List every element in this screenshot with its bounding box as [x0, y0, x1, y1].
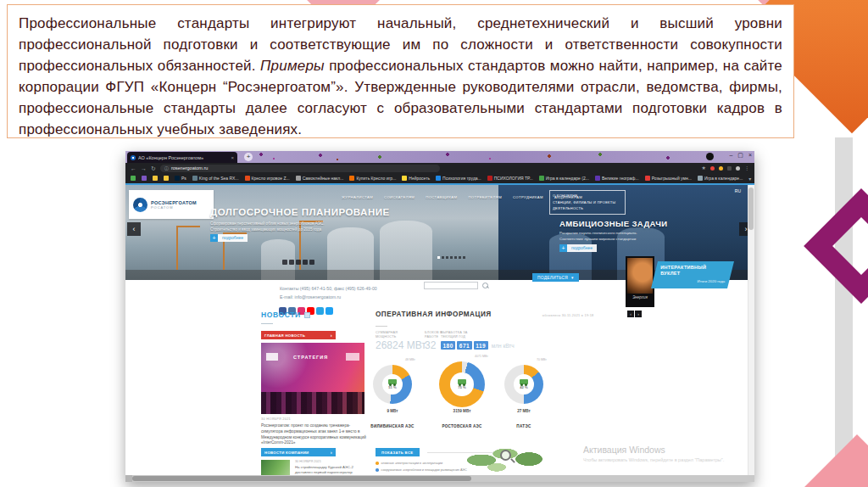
share-icon[interactable] — [309, 260, 314, 265]
side-menu-stations[interactable]: СТАНЦИИ, ФИЛИАЛЫ И ПРОЕКТЫ — [553, 199, 622, 206]
news-date: 30 НОЯБРЯ 2021 — [261, 417, 291, 421]
bookmark-item[interactable]: ПСИХОЛОГИЯ ТР... — [487, 176, 533, 181]
bookmark-favicon[interactable] — [131, 176, 136, 181]
browser-menu-icon[interactable]: ⋮ — [744, 165, 749, 171]
bookmark-favicon[interactable] — [142, 176, 147, 181]
url-input[interactable]: ⓘ rosenergoatom.ru — [160, 165, 440, 172]
magazine-cover-art — [627, 258, 653, 294]
people-silhouettes — [261, 392, 364, 414]
generation-counter: 180 671 119 млн кВтч — [441, 341, 515, 350]
vertical-scrollbar[interactable] — [748, 185, 754, 475]
side-menu-about[interactable]: О КОНЦЕРНЕ — [553, 193, 622, 199]
slide1-sub-line2: Строительство и ввод замещающих мощносте… — [210, 227, 354, 233]
bookmark-item[interactable]: Великие географ... — [595, 176, 639, 181]
bookmark-item[interactable]: Игра в календаре (2... — [539, 176, 589, 181]
extension-red-icon[interactable] — [710, 166, 715, 171]
share-icon[interactable] — [296, 260, 301, 265]
window-maximize-button[interactable]: ▢ — [737, 152, 743, 159]
forward-icon[interactable]: → — [141, 165, 147, 171]
news-feed-icon[interactable] — [304, 312, 310, 318]
share-button[interactable]: ПОДЕЛИТЬСЯ ▾ — [532, 273, 579, 282]
address-bar: ← → ↻ ⓘ rosenergoatom.ru ★ ⋮ — [125, 163, 754, 173]
vertical-scrollbar-thumb[interactable] — [748, 188, 754, 230]
bookmark-favicon — [175, 176, 180, 181]
news-item2-headline[interactable]: На стройплощадку Курской АЭС-2 доставлен… — [295, 465, 370, 475]
bookmark-folder-icon[interactable] — [164, 176, 169, 181]
bookmark-star-icon[interactable]: ★ — [702, 165, 706, 171]
site-info-icon[interactable]: ⓘ — [164, 166, 169, 171]
nav-item-consumers[interactable]: ПОТРЕБИТЕЛЯМ — [468, 195, 502, 199]
nav-item-employees[interactable]: СОТРУДНИКАМ — [513, 195, 543, 199]
profile-avatar-icon[interactable] — [736, 166, 740, 171]
share-icon[interactable] — [303, 260, 308, 265]
main-news-photo[interactable]: СТРАТЕГИЯ — [261, 343, 364, 414]
extension-yellow-icon[interactable] — [719, 166, 723, 171]
map-zoom-icon[interactable] — [500, 450, 511, 461]
bookmark-favicon — [487, 176, 492, 181]
reload-icon[interactable]: ↻ — [151, 165, 156, 171]
nav-item-applicants[interactable]: СОИСКАТЕЛЯМ — [384, 195, 415, 199]
main-news-button[interactable]: ГЛАВНАЯ НОВОСТЬ › — [261, 331, 336, 339]
booklet-subtitle: Итоги 2020 года — [660, 279, 725, 283]
windows-activation-watermark: Активация Windows — [583, 445, 665, 455]
extensions-puzzle-icon[interactable] — [727, 166, 732, 171]
bookmark-favicon — [296, 176, 301, 181]
new-tab-button[interactable]: + — [244, 153, 253, 161]
company-news-button[interactable]: НОВОСТИ КОМПАНИИ › — [261, 448, 336, 456]
bookmark-item[interactable]: Самоклейные накл... — [296, 176, 344, 181]
slide2-more-button[interactable]: + подробнее — [559, 244, 597, 252]
window-minimize-button[interactable]: – — [729, 152, 732, 159]
bookmark-item[interactable]: Розыгрышный умн... — [645, 176, 692, 181]
share-icon[interactable] — [289, 260, 294, 265]
bookmark-favicon — [539, 176, 544, 181]
bookmark-item[interactable]: Психология труда... — [436, 176, 481, 181]
tab-close-icon[interactable]: × — [231, 155, 234, 160]
site-logo[interactable]: РОСЭНЕРГОАТОМ РОСАТОМ — [129, 190, 214, 219]
horizontal-scrollbar-thumb[interactable] — [132, 476, 471, 481]
divider — [376, 326, 387, 327]
window-close-button[interactable]: × — [748, 152, 752, 159]
station1-power: 9 МВт — [367, 409, 418, 413]
station2-load-percent: 75 % — [458, 385, 466, 389]
search-icon[interactable] — [482, 283, 488, 288]
bookmark-item[interactable]: Ps — [175, 176, 186, 181]
bookmark-folder-icon[interactable] — [153, 176, 158, 181]
stat3-label: ВЫРАБОТКА ЗАТЕКУЩИЙ ГОД — [441, 331, 467, 339]
station3-name[interactable]: ПАТЭС — [490, 424, 558, 428]
nav-item-suppliers[interactable]: ПОСТАВЩИКАМ — [426, 195, 457, 199]
language-switch[interactable]: RU — [735, 188, 741, 193]
news-headline[interactable]: Росэнергоатом: проект по созданию тренаж… — [261, 423, 367, 446]
show-all-button[interactable]: ПОКАЗАТЬ ВСЕ — [376, 448, 420, 456]
nav-item-journalists[interactable]: ЖУРНАЛИСТАМ — [342, 195, 373, 199]
search-input[interactable] — [424, 282, 478, 289]
plus-icon: + — [559, 244, 567, 252]
twitter-icon[interactable] — [326, 307, 333, 315]
share-icon[interactable] — [282, 260, 287, 265]
bookmark-item[interactable]: Игра в календаре... — [698, 176, 743, 181]
carousel-prev-button[interactable]: ‹ — [127, 222, 141, 236]
plus-icon: + — [210, 234, 218, 242]
bookmark-item[interactable]: Кресло игровое Z... — [245, 176, 290, 181]
contacts-email[interactable]: E-mail: info@rosenergoatom.ru — [280, 294, 377, 302]
station1-name[interactable]: БИЛИБИНСКАЯ АЭС — [359, 424, 426, 428]
back-icon[interactable]: ← — [131, 165, 136, 171]
horizontal-scrollbar[interactable] — [125, 475, 754, 482]
url-text: rosenergoatom.ru — [171, 165, 208, 171]
news-item2-thumbnail[interactable] — [261, 460, 290, 475]
russia-map[interactable] — [463, 439, 548, 475]
side-menu-activity[interactable]: ДЕЯТЕЛЬНОСТЬ — [553, 205, 622, 212]
station2-name[interactable]: РОСТОВСКАЯ АЭС — [428, 424, 496, 428]
magazine-cover[interactable]: Энергия — [626, 256, 654, 307]
bookmarks-overflow-icon[interactable]: ▾ — [748, 176, 751, 182]
interactive-booklet-banner[interactable]: ИНТЕРАКТИВНЫЙ БУКЛЕТ Итоги 2020 года — [651, 261, 734, 288]
carousel-pagination[interactable] — [437, 256, 465, 259]
stat2-label: БЛОКОВ ВРАБОТЕ — [425, 331, 442, 339]
bookmark-item[interactable]: Купить Кресло игр... — [349, 176, 396, 181]
bookmark-item[interactable]: King of the Sea RX... — [192, 176, 239, 181]
browser-tab[interactable]: АО «Концерн Росэнергоатом» × — [127, 152, 237, 163]
slide1-more-button[interactable]: + подробнее — [210, 234, 248, 242]
bookmark-favicon — [595, 176, 600, 181]
station1-load-percent: 51 % — [388, 385, 397, 389]
bookmark-item[interactable]: Нейросеть — [402, 176, 430, 181]
telegram-icon[interactable] — [316, 307, 324, 315]
